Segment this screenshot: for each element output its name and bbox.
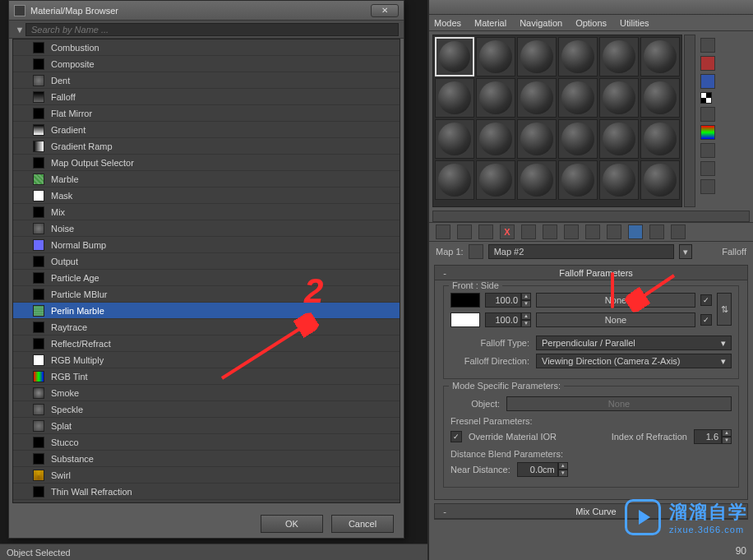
front-map-enable-checkbox[interactable]	[700, 294, 712, 306]
side-value-spinner[interactable]: ▲▼	[485, 312, 531, 327]
reset-map-icon[interactable]: X	[500, 224, 515, 239]
sample-slot[interactable]	[640, 37, 680, 76]
search-input[interactable]	[25, 23, 399, 36]
map-item-flat-mirror[interactable]: Flat Mirror	[13, 105, 400, 122]
map-item-composite[interactable]: Composite	[13, 56, 400, 72]
map-item-falloff[interactable]: Falloff	[13, 89, 400, 105]
sample-uv-tiling-icon[interactable]	[700, 92, 712, 104]
make-unique-icon[interactable]	[543, 224, 557, 239]
show-map-icon[interactable]	[607, 224, 621, 239]
override-ior-checkbox[interactable]	[450, 431, 462, 442]
backlight-icon[interactable]	[700, 56, 715, 71]
map-name-field[interactable]: Map #2	[488, 244, 674, 259]
map-item-rgb-multiply[interactable]: RGB Multiply	[13, 352, 400, 368]
sample-slot[interactable]	[599, 119, 639, 159]
video-color-check-icon[interactable]	[700, 107, 715, 122]
show-end-result-icon[interactable]	[628, 224, 643, 239]
falloff-type-select[interactable]: Perpendicular / Parallel▾	[536, 336, 732, 350]
go-forward-icon[interactable]	[671, 224, 686, 239]
map-item-speckle[interactable]: Speckle	[13, 401, 400, 418]
front-value-input[interactable]	[485, 293, 521, 308]
cancel-button[interactable]: Cancel	[331, 515, 394, 533]
sample-slot[interactable]	[599, 78, 639, 118]
background-icon[interactable]	[700, 74, 715, 89]
sample-slot[interactable]	[435, 160, 474, 200]
sample-slot[interactable]	[517, 78, 557, 118]
map-item-mix[interactable]: Mix	[13, 204, 400, 220]
editor-titlebar[interactable]	[429, 0, 753, 15]
sample-slot[interactable]	[517, 37, 557, 76]
map-item-rgb-tint[interactable]: RGB Tint	[13, 368, 400, 385]
sample-slot[interactable]	[517, 119, 557, 159]
menu-material[interactable]: Material	[474, 18, 506, 28]
map-item-swirl[interactable]: Swirl	[13, 467, 400, 484]
go-to-parent-icon[interactable]	[649, 224, 664, 239]
sample-slot[interactable]	[435, 119, 474, 159]
slots-horizontal-scrollbar[interactable]	[432, 211, 750, 222]
map-item-normal-bump[interactable]: Normal Bump	[13, 237, 400, 253]
map-item-gradient-ramp[interactable]: Gradient Ramp	[13, 138, 400, 155]
pick-material-icon[interactable]	[469, 244, 483, 259]
map-name-dropdown-icon[interactable]: ▾	[679, 244, 692, 259]
falloff-direction-select[interactable]: Viewing Direction (Camera Z-Axis)▾	[536, 354, 732, 368]
front-value-spinner[interactable]: ▲▼	[485, 293, 531, 308]
sample-slot[interactable]	[640, 78, 680, 118]
map-item-substance[interactable]: Substance	[13, 451, 400, 467]
map-item-output[interactable]: Output	[13, 253, 400, 270]
sample-slot[interactable]	[476, 78, 515, 118]
put-to-scene-icon[interactable]	[457, 224, 472, 239]
object-pick-button[interactable]: None	[506, 396, 732, 411]
sample-slot[interactable]	[558, 119, 598, 159]
sample-slot[interactable]	[476, 37, 515, 76]
map-item-particle-mblur[interactable]: Particle MBlur	[13, 286, 400, 303]
side-value-input[interactable]	[485, 312, 521, 327]
sample-slot[interactable]	[435, 37, 474, 76]
map-item-noise[interactable]: Noise	[13, 220, 400, 237]
front-color-swatch[interactable]	[450, 293, 480, 308]
menu-options[interactable]: Options	[575, 18, 607, 28]
browser-titlebar[interactable]: Material/Map Browser ✕	[9, 1, 404, 21]
map-list-scroll[interactable]: CombustionCompositeDentFalloffFlat Mirro…	[13, 39, 400, 502]
sample-slot[interactable]	[435, 78, 474, 118]
menu-navigation[interactable]: Navigation	[520, 18, 562, 28]
material-map-navigator-icon[interactable]	[700, 179, 715, 194]
map-item-map-output-selector[interactable]: Map Output Selector	[13, 155, 400, 171]
near-distance-input[interactable]	[517, 462, 558, 477]
sample-slot[interactable]	[476, 119, 515, 159]
map-item-splat[interactable]: Splat	[13, 418, 400, 434]
close-button[interactable]: ✕	[371, 4, 399, 17]
map-item-thin-wall-refraction[interactable]: Thin Wall Refraction	[13, 484, 400, 500]
ior-input[interactable]	[694, 429, 722, 444]
map-item-perlin-marble[interactable]: Perlin Marble	[13, 303, 400, 319]
make-copy-icon[interactable]	[521, 224, 536, 239]
put-to-library-icon[interactable]	[564, 224, 579, 239]
map-item-stucco[interactable]: Stucco	[13, 434, 400, 451]
map-item-gradient[interactable]: Gradient	[13, 122, 400, 138]
sample-slot[interactable]	[517, 160, 557, 200]
map-item-combustion[interactable]: Combustion	[13, 39, 400, 56]
near-distance-spinner[interactable]: ▲▼	[517, 462, 568, 477]
assign-to-selection-icon[interactable]	[478, 224, 493, 239]
sample-slot[interactable]	[558, 160, 598, 200]
sample-type-icon[interactable]	[700, 38, 715, 53]
make-preview-icon[interactable]	[700, 125, 715, 140]
sample-slot[interactable]	[599, 160, 639, 200]
map-item-particle-age[interactable]: Particle Age	[13, 270, 400, 286]
side-color-swatch[interactable]	[450, 312, 480, 327]
material-id-icon[interactable]	[585, 224, 600, 239]
sample-slot[interactable]	[599, 37, 639, 76]
map-item-smoke[interactable]: Smoke	[13, 385, 400, 401]
ior-spinner[interactable]: ▲▼	[694, 429, 732, 444]
get-material-icon[interactable]	[436, 224, 450, 239]
collapse-icon[interactable]: ▼	[14, 25, 25, 35]
menu-utilities[interactable]: Utilities	[620, 18, 649, 28]
sample-slot[interactable]	[558, 37, 598, 76]
slots-vertical-scrollbar[interactable]	[684, 35, 695, 207]
map-item-raytrace[interactable]: Raytrace	[13, 319, 400, 336]
side-map-enable-checkbox[interactable]	[700, 314, 712, 326]
select-by-material-icon[interactable]	[700, 161, 715, 176]
sample-slot[interactable]	[640, 160, 680, 200]
front-map-button[interactable]: None	[536, 293, 695, 308]
sample-slot[interactable]	[476, 160, 515, 200]
swap-colors-button[interactable]: ⇅	[717, 293, 732, 326]
